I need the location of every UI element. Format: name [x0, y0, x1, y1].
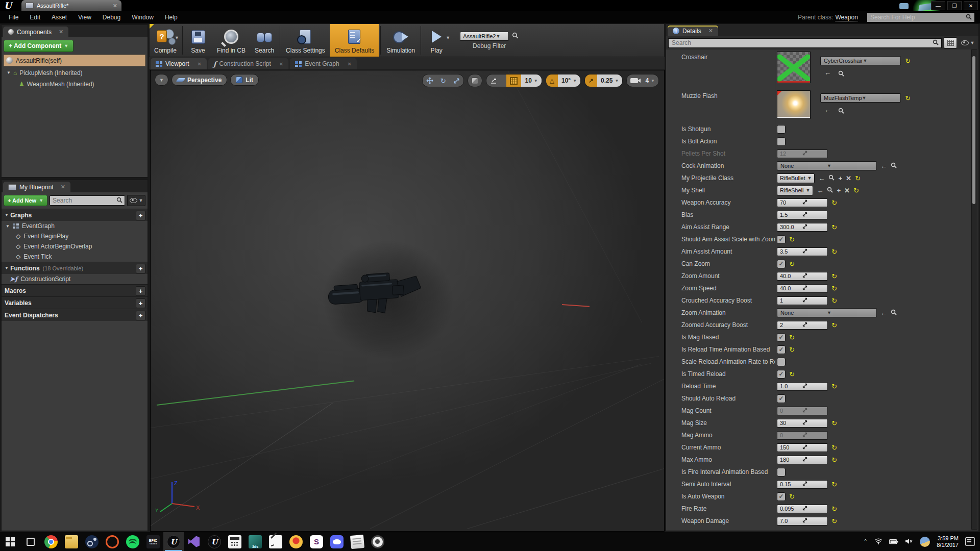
number-field[interactable]: 7.0: [777, 517, 828, 525]
calculator-icon[interactable]: [228, 535, 241, 548]
number-field[interactable]: 3.5: [777, 247, 828, 256]
slack-icon[interactable]: S: [310, 535, 323, 548]
number-field[interactable]: 40.0: [777, 272, 828, 281]
lit-mode-button[interactable]: Lit: [230, 74, 259, 86]
checkbox[interactable]: [777, 358, 786, 366]
expander-icon[interactable]: ▼: [6, 224, 10, 229]
volume-muted-icon[interactable]: [905, 537, 913, 546]
revert-icon[interactable]: ↺: [831, 273, 837, 280]
component-row[interactable]: ▼⌂PickupMesh (Inherited): [4, 68, 145, 78]
number-field[interactable]: 1: [777, 296, 828, 305]
checkbox[interactable]: [777, 468, 786, 477]
add-variable-button[interactable]: +: [136, 298, 145, 308]
scrollbar-thumb[interactable]: [972, 56, 975, 204]
number-field[interactable]: 0.15: [777, 480, 828, 489]
revert-icon[interactable]: ↺: [831, 285, 837, 292]
expander-icon[interactable]: ▼: [7, 70, 11, 75]
save-button[interactable]: Save: [184, 24, 212, 57]
viewport[interactable]: ▼ Perspective Lit ↻: [150, 70, 665, 532]
revert-icon[interactable]: ↺: [789, 493, 795, 500]
slider-drag-icon[interactable]: [802, 408, 825, 414]
construction-script-row[interactable]: ➤ƒ ConstructionScript: [2, 274, 148, 284]
unreal-engine-icon[interactable]: U: [167, 535, 180, 548]
texture-asset-dropdown[interactable]: MuzFlashTemp▼: [820, 93, 901, 103]
checkbox[interactable]: ✓: [777, 370, 786, 379]
spotify-icon[interactable]: [126, 535, 139, 548]
close-icon[interactable]: ✕: [59, 29, 63, 35]
scale-snap-toggle[interactable]: ↗: [585, 74, 597, 87]
slider-drag-icon[interactable]: [802, 273, 825, 279]
magnifier-icon[interactable]: [827, 186, 833, 195]
class-defaults-button[interactable]: ✓ Class Defaults: [330, 24, 379, 57]
rotation-snap-toggle[interactable]: △: [546, 74, 558, 87]
taskbar-cell[interactable]: [368, 532, 388, 551]
texture-asset-dropdown[interactable]: CyberCrosshair▼: [820, 56, 901, 65]
compile-button[interactable]: ? ▼ Compile: [150, 24, 181, 57]
slider-drag-icon[interactable]: [802, 248, 825, 255]
number-field[interactable]: 2: [777, 321, 828, 330]
world-local-toggle[interactable]: [468, 74, 482, 87]
help-search-input[interactable]: [867, 14, 966, 21]
revert-icon[interactable]: ↺: [855, 175, 861, 182]
scale-tool-button[interactable]: [450, 74, 463, 87]
close-icon[interactable]: ✕: [61, 184, 65, 190]
taskbar-cell[interactable]: 3ds: [245, 532, 265, 551]
checkbox[interactable]: [777, 125, 786, 134]
expander-icon[interactable]: ▼: [5, 213, 9, 217]
chevron-down-icon[interactable]: ▼: [446, 35, 450, 40]
close-icon[interactable]: ✕: [348, 61, 352, 67]
details-visibility-button[interactable]: ▼: [959, 38, 976, 48]
checkbox[interactable]: ✓: [777, 492, 786, 501]
wifi-icon[interactable]: [874, 537, 883, 546]
document-tab[interactable]: AssaultRifle* ✕: [21, 0, 121, 11]
viewport-options-button[interactable]: ▼: [155, 74, 168, 86]
tab-construction-script[interactable]: ƒConstruction Script✕: [208, 58, 288, 69]
my-blueprint-search-input[interactable]: [50, 197, 116, 204]
assault-rifle-model[interactable]: [325, 255, 437, 328]
taskbar-cell[interactable]: [184, 532, 204, 551]
grid-snap-toggle[interactable]: [506, 74, 521, 87]
event-row[interactable]: ◇Event ActorBeginOverlap: [2, 241, 148, 252]
taskbar-cell[interactable]: [122, 532, 143, 551]
task-view-icon[interactable]: [24, 535, 37, 548]
event-dispatchers-section-header[interactable]: Event Dispatchers +: [2, 309, 148, 321]
unreal-engine-icon-2[interactable]: U: [208, 535, 221, 548]
asset-dropdown[interactable]: None▼: [777, 161, 877, 170]
checkbox[interactable]: ✓: [777, 345, 786, 354]
taskbar-cell[interactable]: [82, 532, 102, 551]
slider-drag-icon[interactable]: [802, 224, 825, 230]
surface-snap-button[interactable]: ▼: [486, 74, 507, 87]
notes-app-icon[interactable]: [350, 534, 364, 548]
my-blueprint-tab[interactable]: My Blueprint ✕: [3, 182, 70, 192]
visibility-filter-button[interactable]: ▼: [127, 195, 145, 206]
event-row[interactable]: ◇Event Tick: [2, 252, 148, 262]
crosshair-thumbnail[interactable]: [777, 52, 811, 83]
taskbar-cell[interactable]: [327, 532, 347, 551]
magnifier-icon[interactable]: [891, 308, 897, 317]
3ds-max-icon[interactable]: 3ds: [249, 535, 262, 548]
checkbox[interactable]: [777, 137, 786, 146]
rotation-snap-value[interactable]: 10° ▼: [558, 74, 580, 87]
muzzleflash-thumbnail[interactable]: [777, 90, 811, 119]
slider-drag-icon[interactable]: [802, 322, 825, 328]
revert-icon[interactable]: ↺: [789, 334, 795, 341]
obs-icon[interactable]: [371, 535, 384, 548]
clear-icon[interactable]: ✕: [846, 175, 851, 182]
start-icon[interactable]: [4, 535, 17, 548]
revert-icon[interactable]: ↺: [789, 236, 795, 243]
revert-icon[interactable]: ↺: [831, 457, 837, 463]
number-field[interactable]: 1.0: [777, 382, 828, 391]
close-icon[interactable]: ✕: [279, 61, 283, 67]
rotate-tool-button[interactable]: ↻: [437, 74, 450, 87]
details-scrollbar[interactable]: [971, 49, 977, 530]
close-button[interactable]: ✕: [964, 1, 978, 10]
number-field[interactable]: 1.5: [777, 211, 828, 219]
taskbar-cell[interactable]: [265, 532, 286, 551]
component-row[interactable]: ♟WeaponMesh (Inherited): [4, 79, 145, 89]
add-macro-button[interactable]: +: [136, 286, 145, 296]
magnifier-icon[interactable]: [838, 107, 844, 116]
menu-item-edit[interactable]: Edit: [24, 12, 46, 22]
chevron-down-icon[interactable]: ▼: [175, 35, 179, 40]
revert-icon[interactable]: ↺: [831, 518, 837, 524]
revert-icon[interactable]: ↺: [831, 383, 837, 390]
